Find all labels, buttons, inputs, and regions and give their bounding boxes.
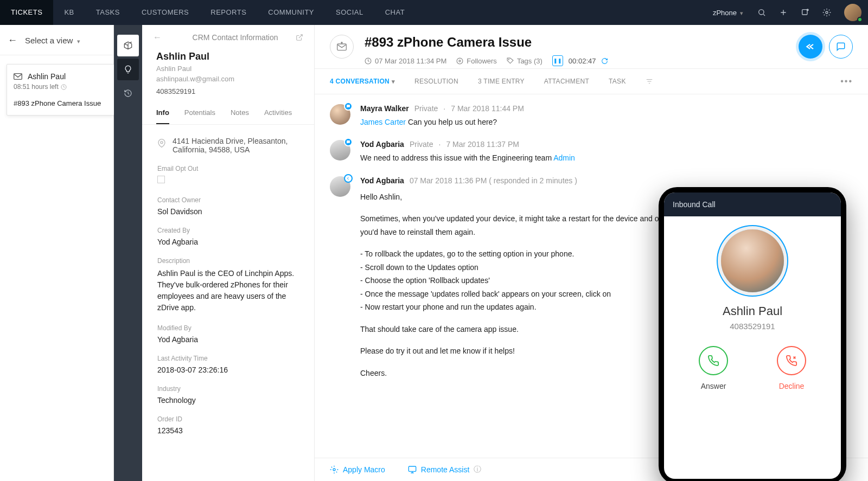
crm-address: 4141 Hacienda Drive, Pleasanton, Califor… — [173, 137, 299, 154]
order-id-label: Order ID — [157, 415, 299, 423]
ticket-envelope-icon — [330, 35, 354, 59]
search-icon[interactable] — [751, 0, 773, 25]
top-nav: TICKETS KB TASKS CUSTOMERS REPORTS COMMU… — [0, 0, 868, 25]
svg-point-3 — [826, 11, 828, 14]
pause-button[interactable]: ❚❚ — [552, 55, 563, 66]
created-by-value: Yod Agbaria — [157, 238, 299, 246]
filter-icon[interactable] — [646, 78, 653, 85]
tab-timeentry[interactable]: 3 TIME ENTRY — [478, 69, 525, 94]
notification-icon[interactable] — [794, 0, 816, 25]
svg-point-12 — [333, 469, 335, 471]
tab-resolution[interactable]: RESOLUTION — [414, 69, 458, 94]
eye-icon — [456, 57, 463, 65]
phone-decline-icon — [786, 355, 797, 367]
crm-back-icon[interactable]: ← — [153, 33, 162, 42]
rail-history-icon[interactable] — [117, 82, 139, 104]
view-selector[interactable]: Select a view — [0, 25, 113, 55]
reply-button[interactable] — [799, 35, 822, 59]
ticket-tags[interactable]: Tags (3) — [507, 57, 542, 65]
decline-button[interactable]: Decline — [777, 346, 806, 390]
crm-contact-phone: 4083529191 — [156, 87, 300, 95]
message-text: Can you help us out here? — [406, 118, 497, 126]
view-select-label: Select a view — [25, 36, 73, 45]
crm-header-title: CRM Contact Information — [175, 33, 296, 42]
created-by-label: Created By — [157, 227, 299, 234]
reply-badge-icon — [344, 174, 353, 183]
add-icon[interactable] — [773, 0, 794, 25]
refresh-icon[interactable] — [601, 57, 608, 65]
crm-tab-activities[interactable]: Activities — [264, 103, 292, 124]
comment-badge-icon — [344, 102, 353, 111]
order-id-value: 123543 — [157, 426, 299, 435]
brand-label: zPhone — [713, 9, 737, 17]
ticket-subtabs: 4 CONVERSATION RESOLUTION 3 TIME ENTRY A… — [315, 69, 868, 94]
avatar — [330, 176, 350, 197]
back-arrow-icon[interactable] — [8, 35, 17, 46]
modified-by-value: Yod Agbaria — [157, 335, 299, 344]
external-link-icon[interactable] — [296, 34, 303, 41]
ticket-card[interactable]: Ashlin Paul 08:51 hours left #893 zPhone… — [7, 64, 114, 116]
description-label: Description — [157, 257, 299, 265]
decline-label: Decline — [779, 382, 805, 390]
nav-social[interactable]: SOCIAL — [325, 0, 374, 25]
answer-button[interactable]: Answer — [699, 346, 728, 390]
message-text: We need to address this issue with the E… — [360, 153, 553, 162]
ticket-title: #893 zPhone Camera Issue — [365, 35, 788, 50]
chevron-down-icon — [392, 78, 395, 85]
call-label: Inbound Call — [664, 193, 841, 216]
message-mention[interactable]: Admin — [553, 153, 575, 162]
message-mention[interactable]: James Carter — [360, 118, 406, 126]
message-author: Yod Agbaria — [360, 140, 404, 149]
crm-tab-potentials[interactable]: Potentials — [184, 103, 215, 124]
nav-community[interactable]: COMMUNITY — [257, 0, 325, 25]
comment-badge-icon — [344, 138, 353, 146]
email-opt-out-label: Email Opt Out — [157, 165, 299, 172]
crm-contact-subname: Ashlin Paul — [156, 65, 300, 73]
comment-button[interactable] — [829, 35, 853, 59]
nav-reports[interactable]: REPORTS — [200, 0, 257, 25]
tab-task[interactable]: TASK — [609, 69, 626, 94]
chevron-down-icon — [77, 36, 80, 45]
svg-point-6 — [161, 142, 163, 144]
nav-chat[interactable]: CHAT — [374, 0, 416, 25]
brand-dropdown[interactable]: zPhone — [705, 9, 751, 17]
more-menu[interactable]: ••• — [840, 76, 853, 86]
email-opt-out-checkbox[interactable] — [157, 176, 165, 183]
ticket-card-name: Ashlin Paul — [28, 72, 66, 81]
crm-tab-info[interactable]: Info — [156, 103, 169, 124]
contact-owner-label: Contact Owner — [157, 196, 299, 204]
answer-label: Answer — [701, 382, 726, 390]
gear-icon[interactable] — [816, 0, 838, 25]
timer-value: 00:02:47 — [569, 57, 596, 65]
message-item: Yod AgbariaPrivate·7 Mar 2018 11:37 PM W… — [330, 140, 853, 164]
user-avatar[interactable] — [844, 4, 861, 21]
crm-contact-email: ashlinpaul.w@gmail.com — [156, 75, 300, 83]
message-item: Mayra WalkerPrivate·7 Mar 2018 11:44 PM … — [330, 104, 853, 128]
avatar — [330, 104, 350, 125]
monitor-icon — [408, 465, 417, 474]
tab-attachment[interactable]: ATTACHMENT — [544, 69, 589, 94]
nav-customers[interactable]: CUSTOMERS — [131, 0, 200, 25]
svg-point-10 — [459, 60, 461, 61]
rail-lightbulb-icon[interactable] — [117, 59, 139, 80]
caller-name: Ashlin Paul — [723, 304, 782, 318]
description-value: Ashlin Paul is the CEO of Linchpin Apps.… — [157, 268, 299, 313]
nav-tasks[interactable]: TASKS — [85, 0, 131, 25]
crm-tab-notes[interactable]: Notes — [231, 103, 249, 124]
svg-point-0 — [759, 10, 764, 15]
rail-tag-icon[interactable] — [117, 35, 139, 56]
tab-conversation[interactable]: 4 CONVERSATION — [330, 69, 395, 94]
pin-icon — [157, 138, 166, 154]
envelope-icon — [14, 73, 22, 80]
nav-kb[interactable]: KB — [53, 0, 85, 25]
svg-rect-1 — [802, 10, 807, 15]
svg-rect-4 — [14, 74, 22, 80]
nav-tickets[interactable]: TICKETS — [0, 0, 53, 25]
ticket-followers[interactable]: Followers — [456, 57, 497, 65]
message-date: 7 Mar 2018 11:37 PM — [446, 140, 519, 149]
svg-point-11 — [508, 59, 509, 60]
message-author: Mayra Walker — [360, 104, 409, 113]
remote-assist-button[interactable]: Remote Assistⓘ — [408, 465, 481, 474]
apply-macro-button[interactable]: Apply Macro — [330, 465, 385, 474]
modified-by-label: Modified By — [157, 324, 299, 332]
